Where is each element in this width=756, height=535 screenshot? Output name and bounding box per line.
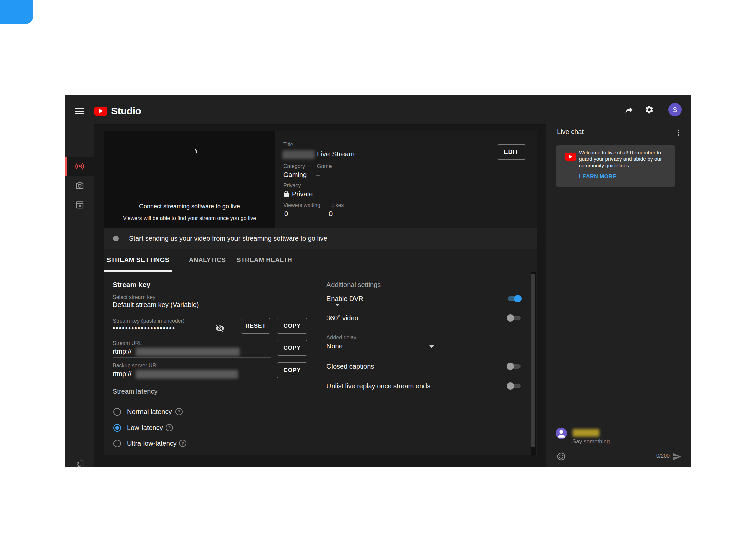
- additional-settings-heading: Additional settings: [326, 281, 381, 289]
- stream-info-panel: Title Live Stream EDIT Category Game Gam…: [275, 131, 537, 228]
- gear-icon[interactable]: [645, 105, 654, 114]
- stream-url-underline: [113, 357, 271, 358]
- low-latency-label: Low-latency: [127, 424, 163, 432]
- edit-button[interactable]: EDIT: [497, 144, 526, 160]
- category-value: Gaming: [283, 171, 307, 179]
- stream-status-bar: Start sending us your video from your st…: [104, 228, 537, 249]
- ultra-low-latency-label: Ultra low-latency: [127, 440, 177, 447]
- send-icon[interactable]: [672, 452, 682, 461]
- sidebar-active-indicator: [65, 157, 67, 176]
- radio-normal-latency[interactable]: [113, 408, 121, 416]
- unlist-replay-toggle[interactable]: [507, 382, 522, 390]
- privacy-value: Private: [292, 190, 313, 198]
- avatar[interactable]: S: [668, 103, 682, 116]
- viewers-waiting-value: 0: [284, 210, 288, 218]
- added-delay-value[interactable]: None: [326, 342, 343, 350]
- copy-stream-key-button[interactable]: COPY: [277, 318, 307, 334]
- radio-ultra-low-latency[interactable]: [113, 440, 121, 447]
- enable-dvr-toggle[interactable]: [507, 295, 522, 302]
- overlay-corner: [0, 0, 33, 24]
- chat-input[interactable]: Say something...: [572, 438, 615, 445]
- backup-url-label: Backup server URL: [113, 363, 159, 369]
- preview-message-primary: Connect streaming software to go live: [104, 203, 275, 210]
- copy-stream-url-button[interactable]: COPY: [277, 340, 307, 356]
- copy-backup-url-button[interactable]: COPY: [277, 362, 307, 378]
- share-icon[interactable]: [624, 105, 634, 114]
- chat-welcome-card: Welcome to live chat! Remember to guard …: [556, 145, 675, 187]
- radio-low-latency[interactable]: [113, 424, 121, 432]
- tab-stream-health-label: STREAM HEALTH: [237, 256, 292, 263]
- privacy-label: Privacy: [283, 183, 301, 189]
- top-bar: Studio S: [65, 95, 691, 125]
- chat-menu-kebab-icon[interactable]: [677, 129, 680, 137]
- tab-bar: STREAM SETTINGS ANALYTICS STREAM HEALTH: [104, 249, 537, 272]
- likes-value: 0: [329, 210, 333, 218]
- title-label: Title: [283, 142, 293, 148]
- chat-title: Live chat: [557, 128, 584, 136]
- reset-button[interactable]: RESET: [241, 318, 270, 334]
- sidebar-item-webcam-icon[interactable]: [75, 180, 85, 190]
- sidebar-item-live-stream-icon[interactable]: [75, 161, 85, 171]
- chat-header: Live chat: [546, 124, 691, 140]
- status-message: Start sending us your video from your st…: [129, 235, 327, 242]
- stream-url-prefix: rtmp://: [113, 348, 132, 355]
- lock-icon: [283, 190, 289, 198]
- added-delay-underline: [326, 352, 436, 352]
- chat-welcome-text: Welcome to live chat! Remember to guard …: [579, 149, 673, 169]
- loading-spinner-icon: [187, 147, 197, 157]
- normal-latency-help-icon[interactable]: ?: [175, 408, 183, 415]
- live-chat-panel: Live chat Welcome to live chat! Remember…: [546, 124, 691, 467]
- menu-icon[interactable]: [75, 106, 84, 116]
- tab-stream-settings[interactable]: STREAM SETTINGS: [104, 249, 172, 272]
- title-redacted: [282, 150, 315, 159]
- likes-label: Likes: [331, 202, 344, 208]
- tab-stream-settings-label: STREAM SETTINGS: [107, 256, 169, 263]
- category-label: Category: [283, 163, 305, 169]
- learn-more-link[interactable]: LEARN MORE: [579, 174, 617, 180]
- youtube-studio-window: Studio S: [65, 95, 691, 467]
- content-bottom-strip: [94, 455, 546, 467]
- stream-title: Live Stream: [317, 150, 355, 158]
- enable-dvr-label: Enable DVR: [326, 295, 363, 303]
- chat-user-avatar: [556, 428, 567, 439]
- studio-logo[interactable]: Studio: [94, 105, 141, 117]
- added-delay-caret-icon[interactable]: [429, 345, 434, 348]
- video-360-toggle[interactable]: [507, 314, 522, 322]
- youtube-logo-icon: [94, 107, 107, 116]
- stream-key-heading: Stream key: [113, 281, 150, 289]
- sidebar: [65, 124, 94, 467]
- stream-key-underline: [113, 335, 235, 335]
- low-latency-help-icon[interactable]: ?: [166, 424, 173, 431]
- stream-settings-panel: Stream key Select stream key Default str…: [104, 272, 537, 455]
- stream-key-field-label: Stream key (paste in encoder): [113, 318, 184, 324]
- game-value: –: [316, 171, 320, 179]
- stream-key-select-value[interactable]: Default stream key (Variable): [113, 301, 199, 309]
- sidebar-item-manage-icon[interactable]: [75, 200, 85, 210]
- closed-captions-toggle[interactable]: [507, 363, 522, 370]
- unlist-replay-label: Unlist live replay once stream ends: [326, 382, 430, 390]
- backup-url-underline: [113, 380, 271, 380]
- scrollbar-thumb[interactable]: [531, 274, 535, 447]
- chat-username-redacted: [573, 429, 599, 437]
- stream-preview-panel: Connect streaming software to go live Vi…: [104, 131, 275, 228]
- stream-key-masked-value: ••••••••••••••••••••: [113, 324, 175, 332]
- stream-url-redacted: [136, 348, 240, 356]
- backup-url-prefix: rtmp://: [113, 370, 132, 378]
- preview-message-secondary: Viewers will be able to find your stream…: [104, 215, 275, 221]
- settings-scrollbar[interactable]: [531, 272, 536, 455]
- tab-analytics[interactable]: ANALYTICS: [182, 249, 232, 272]
- stream-url-label: Stream URL: [113, 340, 142, 346]
- avatar-initial: S: [673, 106, 677, 114]
- sidebar-exit-icon[interactable]: [75, 460, 85, 467]
- select-caret-icon[interactable]: [335, 304, 340, 306]
- closed-captions-label: Closed captions: [326, 363, 374, 370]
- select-stream-key-label: Select stream key: [113, 294, 155, 300]
- emoji-icon[interactable]: [557, 452, 566, 461]
- ultra-low-latency-help-icon[interactable]: ?: [179, 440, 186, 447]
- page: Studio S: [0, 0, 756, 535]
- viewers-waiting-label: Viewers waiting: [283, 202, 320, 208]
- chat-input-underline: [572, 448, 680, 448]
- show-key-eye-off-icon[interactable]: [215, 324, 225, 333]
- tab-stream-health[interactable]: STREAM HEALTH: [231, 249, 298, 272]
- game-label: Game: [317, 163, 332, 169]
